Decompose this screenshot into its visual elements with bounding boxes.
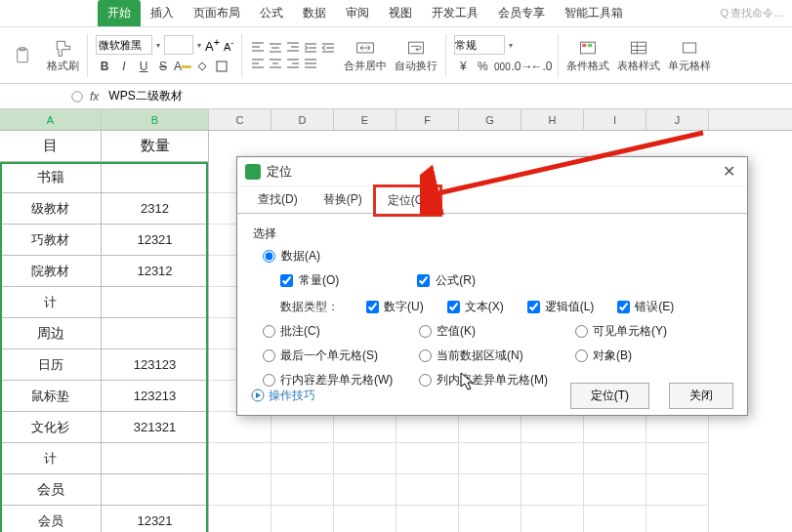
align-center-icon[interactable]: [268, 57, 283, 70]
cell[interactable]: [334, 474, 396, 506]
align-justify-icon[interactable]: [303, 57, 318, 70]
col-header-A[interactable]: A: [0, 109, 102, 130]
cell[interactable]: [334, 506, 396, 532]
dialog-titlebar[interactable]: 定位 ✕: [237, 157, 747, 186]
ok-button[interactable]: 定位(T): [570, 383, 649, 409]
comma-button[interactable]: 000: [493, 58, 511, 75]
number-checkbox[interactable]: [366, 301, 379, 313]
cell[interactable]: [102, 443, 209, 474]
visible-radio[interactable]: [575, 325, 588, 338]
cell[interactable]: 会员: [0, 474, 102, 506]
tab-layout[interactable]: 页面布局: [184, 0, 250, 26]
cell[interactable]: [209, 443, 271, 474]
tab-member[interactable]: 会员专享: [488, 0, 555, 26]
merge-center-button[interactable]: 合并居中: [344, 38, 387, 73]
cell[interactable]: 123123: [102, 349, 209, 381]
cell[interactable]: [209, 412, 271, 443]
tab-smart[interactable]: 智能工具箱: [555, 0, 633, 26]
cell[interactable]: [334, 412, 396, 443]
percent-button[interactable]: %: [474, 58, 491, 75]
cell[interactable]: 12312: [102, 256, 209, 287]
cell[interactable]: 计: [0, 443, 102, 474]
tab-formula[interactable]: 公式: [250, 0, 293, 26]
align-right-icon[interactable]: [285, 57, 301, 70]
cell[interactable]: [396, 412, 459, 443]
cancel-icon[interactable]: [70, 90, 84, 103]
paste-group[interactable]: [6, 31, 39, 79]
cell[interactable]: [102, 318, 209, 349]
align-top-icon[interactable]: [250, 41, 266, 55]
cell[interactable]: [209, 506, 271, 532]
cell[interactable]: 书籍: [0, 162, 102, 193]
cell[interactable]: [521, 412, 584, 443]
cell[interactable]: 12321: [102, 225, 209, 256]
cell[interactable]: [521, 443, 584, 474]
cell[interactable]: [396, 506, 459, 532]
cell[interactable]: 鼠标垫: [0, 381, 102, 412]
cell-style-button[interactable]: 单元格样: [668, 38, 711, 73]
error-checkbox[interactable]: [617, 301, 630, 313]
cell[interactable]: [271, 412, 334, 443]
align-left-icon[interactable]: [250, 57, 266, 70]
cell[interactable]: 目: [0, 131, 102, 162]
name-box[interactable]: [6, 88, 64, 105]
chevron-down-icon[interactable]: ▾: [197, 41, 201, 50]
font-size-select[interactable]: [164, 35, 193, 55]
last-radio[interactable]: [263, 349, 275, 362]
cell[interactable]: [646, 474, 709, 506]
cell[interactable]: [459, 443, 521, 474]
cell[interactable]: [584, 412, 646, 443]
current-radio[interactable]: [419, 349, 432, 362]
tab-insert[interactable]: 插入: [141, 0, 184, 26]
cell[interactable]: 321321: [102, 412, 209, 443]
cell[interactable]: 计: [0, 287, 102, 318]
col-header-I[interactable]: I: [584, 109, 646, 130]
col-header-E[interactable]: E: [334, 109, 396, 130]
col-header-D[interactable]: D: [271, 109, 334, 130]
cell[interactable]: 12321: [102, 506, 209, 532]
cell[interactable]: [459, 506, 521, 532]
table-style-button[interactable]: 表格样式: [617, 38, 660, 73]
col-header-H[interactable]: H: [521, 109, 584, 130]
align-middle-icon[interactable]: [268, 41, 283, 55]
cell[interactable]: [271, 443, 334, 474]
command-search[interactable]: Q查找命令…: [720, 6, 792, 20]
constant-checkbox[interactable]: [280, 274, 293, 287]
cell[interactable]: [271, 474, 334, 506]
tab-find[interactable]: 查找(D): [245, 185, 311, 214]
formula-input[interactable]: [104, 87, 786, 106]
cell[interactable]: [459, 412, 521, 443]
cell[interactable]: 日历: [0, 349, 102, 381]
cell[interactable]: [521, 474, 584, 506]
align-bottom-icon[interactable]: [285, 41, 301, 55]
indent-decrease-icon[interactable]: [303, 41, 318, 55]
format-painter-button[interactable]: 格式刷: [47, 38, 79, 73]
col-header-F[interactable]: F: [396, 109, 459, 130]
cell[interactable]: [646, 506, 709, 532]
col-header-C[interactable]: C: [209, 109, 271, 130]
currency-button[interactable]: ¥: [454, 58, 472, 75]
blank-radio[interactable]: [419, 325, 432, 338]
font-name-select[interactable]: [96, 35, 152, 55]
tab-home[interactable]: 开始: [98, 0, 141, 26]
chevron-down-icon[interactable]: ▾: [509, 41, 513, 50]
strike-button[interactable]: S: [154, 58, 172, 75]
cell[interactable]: [102, 287, 209, 318]
cell[interactable]: 院教材: [0, 256, 102, 287]
italic-button[interactable]: I: [115, 58, 133, 75]
decrease-decimal-button[interactable]: ←.0: [532, 58, 550, 75]
fill-color-button[interactable]: [193, 58, 211, 75]
bold-button[interactable]: B: [96, 58, 113, 75]
increase-font-icon[interactable]: A+: [205, 36, 220, 54]
object-radio[interactable]: [575, 349, 588, 362]
border-button[interactable]: [213, 58, 230, 75]
number-format-select[interactable]: [454, 35, 505, 55]
tab-replace[interactable]: 替换(P): [311, 185, 375, 214]
chevron-down-icon[interactable]: ▾: [156, 41, 160, 50]
cell[interactable]: [459, 474, 521, 506]
cell[interactable]: [646, 443, 709, 474]
data-radio[interactable]: [263, 250, 275, 263]
cell[interactable]: [646, 412, 709, 443]
tab-review[interactable]: 审阅: [336, 0, 379, 26]
formula-checkbox[interactable]: [417, 274, 430, 287]
